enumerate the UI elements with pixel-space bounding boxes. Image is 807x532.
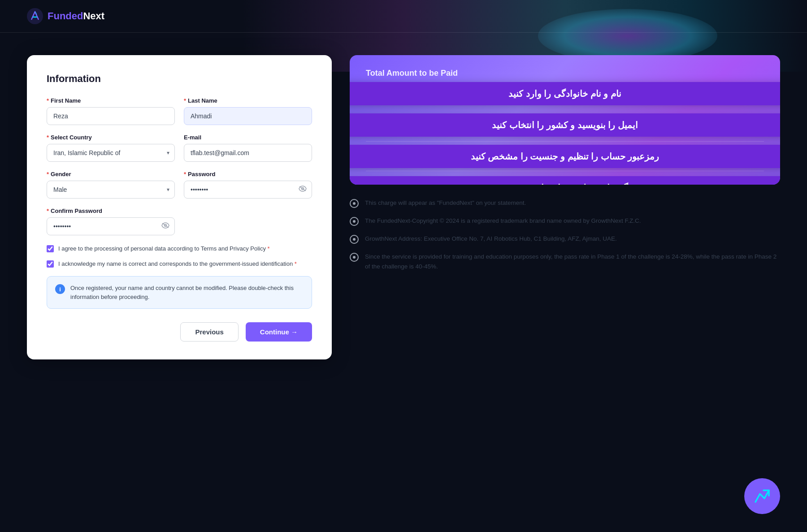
note-bullet-4 <box>350 253 359 262</box>
note-text-3: GrowthNext Address: Executive Office No.… <box>365 234 617 244</box>
last-name-label: * Last Name <box>184 97 312 104</box>
confirm-password-group: * Confirm Password <box>47 208 175 235</box>
gender-select[interactable]: Male Female <box>47 181 175 199</box>
note-item-2: The FundedNext-Copyright © 2024 is a reg… <box>350 216 780 226</box>
note-bullet-3 <box>350 235 359 244</box>
svg-point-0 <box>27 8 43 24</box>
note-item-4: Since the service is provided for traini… <box>350 252 780 271</box>
checkbox2-row: I acknowledge my name is correct and cor… <box>47 260 312 268</box>
logo: FundedNext <box>27 8 104 24</box>
note-item-1: This charge will appear as "FundedNext" … <box>350 198 780 208</box>
required-star-2: * <box>184 97 186 104</box>
confirm-password-label: * Confirm Password <box>47 208 175 214</box>
email-input[interactable] <box>184 144 312 162</box>
required-star-3: * <box>47 134 49 141</box>
password-group: * Password <box>184 171 312 199</box>
confirm-password-input[interactable] <box>47 217 175 235</box>
form-panel: Information * First Name * Last Name <box>27 55 332 359</box>
first-name-input[interactable] <box>47 107 175 125</box>
tooltip-4: گذرواژه تنظیمی را دوباره بنویسید <box>350 176 780 185</box>
gender-label: * Gender <box>47 171 175 177</box>
email-group: E-mail <box>184 134 312 162</box>
note-text-4: Since the service is provided for traini… <box>365 252 780 271</box>
info-box-text: Once registered, your name and country c… <box>70 284 304 301</box>
info-icon: i <box>55 284 65 294</box>
name-row: * First Name * Last Name <box>47 97 312 125</box>
confirm-password-wrapper <box>47 217 175 235</box>
password-wrapper <box>184 181 312 199</box>
note-bullet-1 <box>350 199 359 208</box>
gender-select-wrapper: Male Female ▾ <box>47 181 175 199</box>
empty-group <box>184 208 312 235</box>
gender-password-row: * Gender Male Female ▾ * Password <box>47 171 312 199</box>
bottom-logo-icon <box>751 485 773 507</box>
required-star-4: * <box>47 171 49 177</box>
first-name-label: * First Name <box>47 97 175 104</box>
bottom-logo <box>744 478 780 514</box>
name-acknowledge-checkbox[interactable] <box>47 260 54 268</box>
confirm-password-row: * Confirm Password <box>47 208 312 235</box>
password-input[interactable] <box>184 181 312 199</box>
tooltip-1: نام و نام خانوادگی را وارد کنید <box>350 82 780 105</box>
navbar: FundedNext <box>0 0 807 33</box>
tooltip-3: رمزعبور حساب را تنظیم و جنسیت را مشخص کن… <box>350 145 780 168</box>
logo-text: FundedNext <box>48 10 104 22</box>
email-label: E-mail <box>184 134 312 141</box>
note-text-2: The FundedNext-Copyright © 2024 is a reg… <box>365 216 641 226</box>
button-row: Previous Continue → <box>47 322 312 342</box>
logo-next: Next <box>83 10 104 22</box>
note-text-1: This charge will appear as "FundedNext" … <box>365 198 526 208</box>
country-label: * Select Country <box>47 134 175 141</box>
eye-icon-confirm[interactable] <box>161 222 169 230</box>
eye-icon[interactable] <box>299 186 307 194</box>
gender-group: * Gender Male Female ▾ <box>47 171 175 199</box>
note-item-3: GrowthNext Address: Executive Office No.… <box>350 234 780 244</box>
required-star-5: * <box>184 171 186 177</box>
previous-button[interactable]: Previous <box>180 322 238 342</box>
terms-label: I agree to the processing of personal da… <box>58 244 270 253</box>
terms-checkbox[interactable] <box>47 245 54 252</box>
required-star-1: * <box>47 97 49 104</box>
checkbox1-row: I agree to the processing of personal da… <box>47 244 312 253</box>
first-name-group: * First Name <box>47 97 175 125</box>
logo-icon <box>27 8 43 24</box>
password-label: * Password <box>184 171 312 177</box>
country-group: * Select Country Iran, Islamic Republic … <box>47 134 175 162</box>
country-email-row: * Select Country Iran, Islamic Republic … <box>47 134 312 162</box>
summary-title: Total Amount to be Paid <box>366 69 764 78</box>
continue-button[interactable]: Continue → <box>246 322 312 342</box>
info-box: i Once registered, your name and country… <box>47 276 312 309</box>
country-select[interactable]: Iran, Islamic Republic of <box>47 144 175 162</box>
tooltip-2: ایمیل را بنویسید و کشور را انتخاب کنید <box>350 113 780 137</box>
last-name-group: * Last Name <box>184 97 312 125</box>
logo-funded: Funded <box>48 10 83 22</box>
main-content: Information * First Name * Last Name <box>0 37 807 377</box>
info-panel: Total Amount to be Paid $0 Plan Server F… <box>350 55 780 271</box>
acknowledge-label: I acknowledge my name is correct and cor… <box>58 260 297 268</box>
form-title: Information <box>47 73 312 85</box>
required-star-6: * <box>47 208 49 214</box>
country-select-wrapper: Iran, Islamic Republic of ▾ <box>47 144 175 162</box>
notes-section: This charge will appear as "FundedNext" … <box>350 198 780 271</box>
last-name-input[interactable] <box>184 107 312 125</box>
note-bullet-2 <box>350 217 359 226</box>
summary-card: Total Amount to be Paid $0 Plan Server F… <box>350 55 780 185</box>
